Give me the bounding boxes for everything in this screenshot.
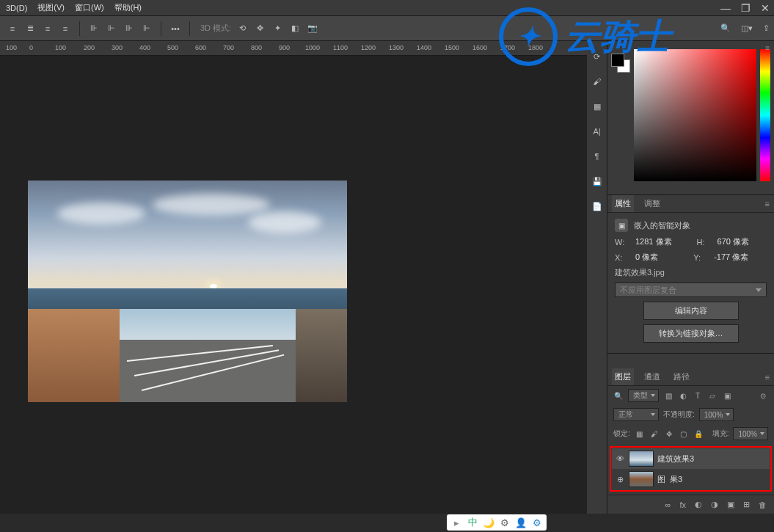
- opacity-label: 不透明度:: [663, 409, 695, 420]
- hue-slider[interactable]: [760, 49, 770, 181]
- y-value[interactable]: -177 像素: [714, 252, 748, 263]
- layer-item[interactable]: 👁 建筑效果3: [612, 448, 770, 469]
- ime-lang-button[interactable]: 中: [466, 516, 479, 529]
- search-icon[interactable]: 🔍: [720, 23, 731, 33]
- tab-channels[interactable]: 通道: [641, 368, 663, 385]
- fill-input[interactable]: 100%: [733, 427, 768, 440]
- close-icon[interactable]: ✕: [761, 2, 770, 14]
- history-icon[interactable]: ⟳: [591, 50, 604, 63]
- h-value[interactable]: 670 像素: [718, 236, 749, 247]
- blend-mode-dropdown[interactable]: 正常: [613, 408, 659, 421]
- filter-pixel-icon[interactable]: ▧: [663, 392, 673, 400]
- lock-artboard-icon[interactable]: ▢: [679, 430, 689, 438]
- lock-move-icon[interactable]: ✥: [664, 430, 674, 438]
- opacity-input[interactable]: 100%: [699, 408, 734, 421]
- menu-bar: 3D(D) 视图(V) 窗口(W) 帮助(H) — ❐ ✕: [0, 0, 774, 16]
- ime-moon-icon[interactable]: 🌙: [482, 516, 495, 529]
- document-image[interactable]: [28, 181, 347, 402]
- notes-icon[interactable]: 📄: [591, 200, 604, 213]
- adjustment-icon[interactable]: ◑: [711, 500, 718, 509]
- align-3-icon[interactable]: ≡: [41, 22, 54, 35]
- y-label: Y:: [693, 253, 707, 262]
- filter-kind-dropdown[interactable]: 类型: [628, 389, 659, 402]
- lock-all-icon[interactable]: 🔒: [693, 430, 704, 438]
- para-icon[interactable]: ¶: [591, 150, 604, 163]
- fx-icon[interactable]: fx: [679, 500, 686, 509]
- visibility-icon[interactable]: 👁: [615, 454, 625, 463]
- ime-user-icon[interactable]: 👤: [514, 516, 527, 529]
- dist-1-icon[interactable]: ⊪: [87, 22, 101, 35]
- dist-3-icon[interactable]: ⊪: [123, 22, 136, 35]
- edit-contents-button[interactable]: 编辑内容: [643, 302, 739, 320]
- char-icon[interactable]: A|: [591, 125, 604, 138]
- layer-name[interactable]: 图 果3: [657, 474, 682, 485]
- align-4-icon[interactable]: ≡: [59, 22, 72, 35]
- align-2-icon[interactable]: ≣: [23, 22, 37, 35]
- brush-icon[interactable]: 🖌: [591, 75, 604, 88]
- share-icon[interactable]: ⇪: [763, 23, 770, 33]
- align-1-icon[interactable]: ≡: [6, 22, 19, 35]
- w-value[interactable]: 1281 像素: [635, 236, 672, 247]
- save-icon[interactable]: 💾: [591, 175, 604, 188]
- layer-thumbnail[interactable]: [629, 471, 654, 487]
- tab-paths[interactable]: 路径: [671, 368, 693, 385]
- convert-linked-button[interactable]: 转换为链接对象…: [643, 324, 739, 343]
- menu-help[interactable]: 帮助(H): [114, 2, 142, 13]
- 3d-cam-icon[interactable]: 📷: [306, 22, 319, 35]
- panels-container: ⟳ 🖌 ▦ A| ¶ 💾 📄 ≡ 属性 调整 ≡ ▣ 嵌入的智能对象: [587, 41, 774, 514]
- tab-layers[interactable]: 图层: [612, 368, 634, 385]
- ime-gear2-icon[interactable]: ⚙: [530, 516, 544, 529]
- layer-highlight: 👁 建筑效果3 ⊕ 图 果3: [610, 446, 772, 492]
- filter-search-icon[interactable]: 🔍: [613, 392, 624, 400]
- filter-adj-icon[interactable]: ◐: [678, 392, 688, 400]
- menu-window[interactable]: 窗口(W): [75, 2, 104, 13]
- 3d-pan-icon[interactable]: ✥: [253, 22, 266, 35]
- canvas[interactable]: [0, 56, 587, 514]
- 3d-scale-icon[interactable]: ◧: [288, 22, 302, 35]
- 3d-move-icon[interactable]: ✦: [271, 22, 284, 35]
- dist-2-icon[interactable]: ⊩: [105, 22, 118, 35]
- panel-menu-icon[interactable]: ≡: [765, 44, 770, 52]
- menu-3d[interactable]: 3D(D): [6, 4, 27, 12]
- object-type-label: 嵌入的智能对象: [634, 220, 690, 231]
- h-label: H:: [697, 238, 710, 247]
- filter-smart-icon[interactable]: ▣: [722, 392, 732, 400]
- screen-icon[interactable]: ◫▾: [741, 23, 753, 33]
- mask-icon[interactable]: ◐: [695, 500, 702, 509]
- properties-tabs: 属性 调整 ≡: [607, 195, 774, 213]
- filter-toggle-icon[interactable]: ⊙: [758, 392, 768, 400]
- visibility-icon[interactable]: ⊕: [615, 475, 625, 484]
- layer-item[interactable]: ⊕ 图 果3: [612, 469, 770, 489]
- layer-name[interactable]: 建筑效果3: [657, 453, 694, 464]
- restore-icon[interactable]: ❐: [741, 2, 751, 14]
- layer-thumbnail[interactable]: [629, 451, 654, 467]
- menu-view[interactable]: 视图(V): [37, 2, 65, 13]
- filter-shape-icon[interactable]: ▱: [707, 392, 718, 400]
- filename-label: 建筑效果3.jpg: [615, 267, 665, 278]
- filter-type-icon[interactable]: T: [693, 392, 703, 400]
- x-value[interactable]: 0 像素: [635, 252, 658, 263]
- color-field[interactable]: [634, 49, 756, 181]
- panel-menu-icon[interactable]: ≡: [765, 373, 770, 382]
- ime-gear-icon[interactable]: ⚙: [498, 516, 511, 529]
- ime-arrow-icon[interactable]: ▸: [450, 516, 463, 529]
- tab-adjustments[interactable]: 调整: [641, 195, 663, 212]
- fill-label: 填充:: [712, 429, 729, 439]
- layers-footer: ∞ fx ◐ ◑ ▣ ⊞ 🗑: [607, 495, 774, 514]
- new-layer-icon[interactable]: ⊞: [743, 500, 750, 509]
- lock-brush-icon[interactable]: 🖌: [649, 430, 660, 438]
- link-icon[interactable]: ∞: [665, 500, 671, 509]
- 3d-orbit-icon[interactable]: ⟲: [236, 22, 249, 35]
- panel-menu-icon[interactable]: ≡: [765, 200, 770, 208]
- trash-icon[interactable]: 🗑: [759, 500, 767, 509]
- layer-comp-dropdown[interactable]: 不应用图层复合: [615, 283, 767, 297]
- lock-trans-icon[interactable]: ▦: [635, 430, 645, 438]
- minimize-icon[interactable]: —: [720, 2, 731, 14]
- foreground-swatch[interactable]: [611, 54, 624, 67]
- more-icon[interactable]: •••: [169, 22, 182, 35]
- swatches-icon[interactable]: ▦: [591, 100, 604, 113]
- group-icon[interactable]: ▣: [727, 500, 734, 509]
- dist-4-icon[interactable]: ⊩: [140, 22, 153, 35]
- tab-properties[interactable]: 属性: [612, 195, 634, 212]
- lock-label: 锁定:: [613, 429, 630, 439]
